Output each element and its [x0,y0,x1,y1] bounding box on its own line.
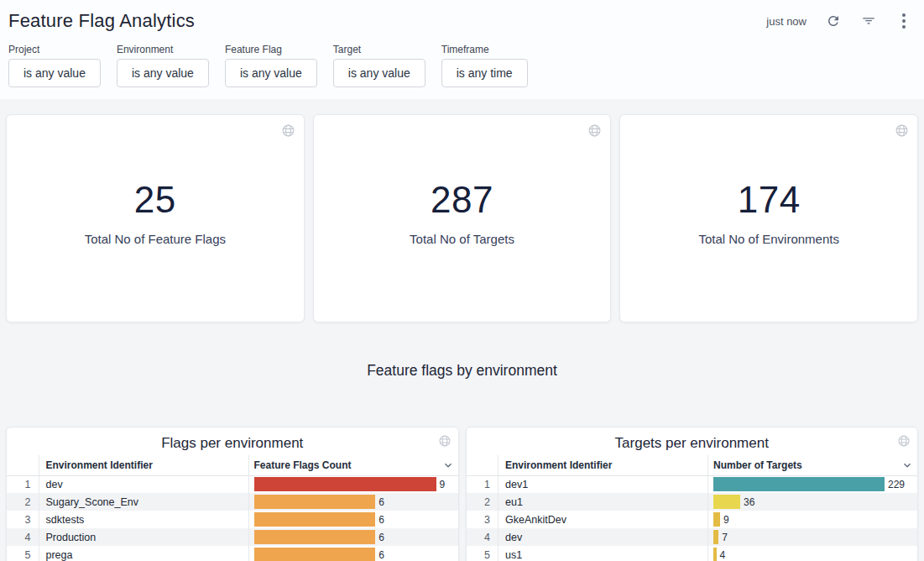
filter-label: Timeframe [441,44,528,55]
globe-icon[interactable] [438,434,452,451]
row-number-cell: 5 [467,546,499,561]
bar-cell: 4 [708,546,918,561]
bar-value-label: 6 [378,549,384,561]
row-number-cell: 4 [467,528,499,546]
identifier-cell: dev [39,475,248,493]
filter-label: Project [8,44,101,55]
value-bar [713,512,720,527]
filter-feature-flag-value-button[interactable]: is any value [225,59,317,87]
filter-environment-value-button[interactable]: is any value [117,59,209,87]
flags-per-environment-card: Flags per environment Environment Identi… [6,427,459,561]
value-bar [254,530,376,544]
bar-value-label: 6 [378,532,384,543]
kpi-card-targets: 287 Total No of Targets [313,114,612,322]
kpi-card-feature-flags: 25 Total No of Feature Flags [6,114,305,322]
identifier-cell: prega [39,546,248,561]
filter-list-icon[interactable] [860,13,877,29]
identifier-cell: eu1 [499,493,708,511]
filter-environment: Environment is any value [117,44,209,87]
kpi-value: 174 [738,179,801,221]
value-bar [254,495,376,509]
filter-target-value-button[interactable]: is any value [333,59,425,87]
bar-cell: 7 [708,528,918,546]
dashboard-body: 25 Total No of Feature Flags 287 Total N… [0,99,924,561]
globe-icon[interactable] [897,434,911,451]
value-bar [713,530,718,544]
table-row: 1dev9 [7,475,458,493]
kebab-menu-icon[interactable] [895,13,912,29]
table-title: Targets per environment [473,435,911,452]
bar-cell: 36 [708,493,918,511]
table-row: 3GkeAnkitDev9 [467,511,918,528]
value-bar [713,495,740,509]
identifier-cell: GkeAnkitDev [499,511,708,528]
kpi-label: Total No of Targets [410,232,514,246]
bar-cell: 6 [248,511,458,528]
filter-feature-flag: Feature Flag is any value [225,44,317,87]
row-number-header [7,455,39,475]
value-bar [254,512,376,527]
bar-cell: 6 [248,493,458,511]
kpi-value: 287 [431,179,493,221]
table-row: 4Production6 [7,528,458,546]
last-updated-text: just now [766,15,807,28]
bar-cell: 6 [248,528,458,546]
table-title: Flags per environment [13,435,452,452]
row-number-cell: 1 [467,475,499,493]
value-bar [713,548,717,561]
identifier-cell: us1 [499,546,708,561]
globe-icon[interactable] [895,123,909,141]
bar-value-label: 7 [722,532,728,543]
bar-value-label: 36 [744,496,754,508]
filter-label: Environment [117,44,209,55]
row-number-cell: 1 [7,475,39,493]
kpi-row: 25 Total No of Feature Flags 287 Total N… [6,114,918,322]
bar-value-label: 229 [888,479,905,490]
table-row: 5us14 [467,546,918,561]
column-header-environment-identifier[interactable]: Environment Identifier [499,455,708,475]
refresh-icon[interactable] [825,13,842,29]
value-bar [713,477,885,491]
kpi-value: 25 [134,179,176,221]
bar-cell: 229 [708,475,918,493]
bar-value-label: 9 [723,514,729,526]
page-title: Feature Flag Analytics [8,10,195,32]
row-number-cell: 5 [7,546,39,561]
kpi-label: Total No of Feature Flags [85,232,226,246]
dashboard-header: Feature Flag Analytics just now Project … [0,0,924,99]
identifier-cell: Production [39,528,248,546]
filter-project-value-button[interactable]: is any value [8,59,101,87]
filter-timeframe: Timeframe is any time [441,44,528,87]
table-cards-row: Flags per environment Environment Identi… [6,427,918,561]
identifier-cell: sdktests [39,511,248,528]
filter-bar: Project is any value Environment is any … [0,37,924,99]
row-number-cell: 4 [7,528,39,546]
section-title: Feature flags by environment [6,362,918,380]
value-bar [254,548,376,561]
targets-per-environment-card: Targets per environment Environment Iden… [466,427,919,561]
row-number-cell: 2 [467,493,499,511]
table-row: 1dev1229 [467,475,918,493]
bar-value-label: 6 [378,496,384,508]
table-row: 2eu136 [467,493,918,511]
row-number-cell: 3 [7,511,39,528]
globe-icon[interactable] [281,123,295,141]
filter-timeframe-value-button[interactable]: is any time [441,59,528,87]
bar-cell: 9 [248,475,458,493]
kpi-card-environments: 174 Total No of Environments [619,114,918,322]
table-row: 3sdktests6 [7,511,458,528]
column-header-number-of-targets[interactable]: Number of Targets [708,455,918,475]
globe-icon[interactable] [587,123,602,141]
table-row: 5prega6 [7,546,458,561]
column-header-environment-identifier[interactable]: Environment Identifier [39,455,248,475]
chevron-down-icon [441,459,455,472]
chevron-down-icon [901,459,914,472]
column-header-feature-flags-count[interactable]: Feature Flags Count [248,455,458,475]
bar-value-label: 9 [440,479,446,490]
table-row: 4dev7 [467,528,918,546]
bar-cell: 6 [248,546,458,561]
kpi-label: Total No of Environments [698,232,839,246]
filter-project: Project is any value [8,44,101,87]
bar-cell: 9 [708,511,918,528]
bar-value-label: 4 [720,549,726,561]
